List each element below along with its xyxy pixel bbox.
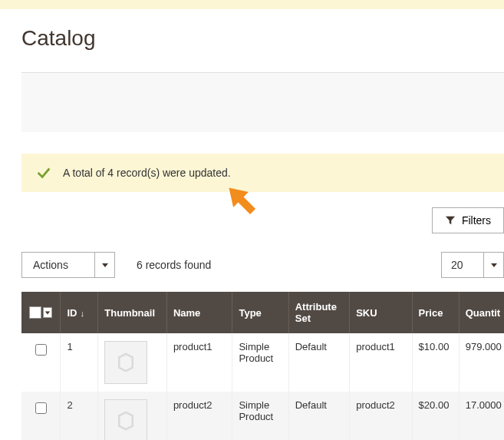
- select-all-toggle[interactable]: [43, 307, 52, 318]
- select-all-checkbox[interactable]: [29, 306, 41, 319]
- product-grid: ID↓ Thumbnail Name Type Attribute Set SK…: [21, 292, 504, 440]
- th-price[interactable]: Price: [412, 292, 459, 333]
- th-quantity[interactable]: Quantit: [459, 292, 504, 333]
- caret-down-icon: [490, 261, 498, 269]
- th-attribute-set[interactable]: Attribute Set: [288, 292, 349, 333]
- filters-button[interactable]: Filters: [432, 207, 504, 233]
- sort-indicator-icon: ↓: [80, 309, 84, 318]
- th-name[interactable]: Name: [166, 292, 232, 333]
- filter-icon: [445, 215, 456, 226]
- cell-attribute-set: Default: [288, 392, 349, 440]
- notice-bar-top: [0, 0, 504, 9]
- cell-name: product1: [166, 333, 232, 392]
- actions-dropdown-toggle[interactable]: [95, 252, 115, 278]
- table-row[interactable]: 2 product2 Simple Product Default produc…: [21, 392, 504, 440]
- cell-name: product2: [166, 392, 232, 440]
- cell-quantity: 17.0000: [459, 392, 504, 440]
- table-header-row: ID↓ Thumbnail Name Type Attribute Set SK…: [21, 292, 504, 333]
- actions-dropdown[interactable]: Actions: [21, 252, 115, 278]
- cell-sku: product1: [350, 333, 412, 392]
- toolbar-area: [21, 72, 504, 132]
- caret-down-icon: [101, 261, 109, 269]
- cell-id: 2: [61, 392, 98, 440]
- cell-sku: product2: [350, 392, 412, 440]
- table-row[interactable]: 1 product1 Simple Product Default produc…: [21, 333, 504, 392]
- thumbnail-placeholder: [104, 399, 147, 440]
- th-sku[interactable]: SKU: [350, 292, 412, 333]
- cell-type: Simple Product: [232, 392, 288, 440]
- th-id[interactable]: ID↓: [61, 292, 98, 333]
- success-message-text: A total of 4 record(s) were updated.: [63, 167, 231, 179]
- cell-thumbnail: [98, 392, 167, 440]
- grid-controls-bottom: Actions 6 records found 20: [21, 252, 504, 278]
- th-thumbnail[interactable]: Thumbnail: [98, 292, 167, 333]
- page-title: Catalog: [21, 26, 504, 51]
- pagesize-dropdown-toggle[interactable]: [484, 252, 504, 278]
- cell-attribute-set: Default: [288, 333, 349, 392]
- filters-button-label: Filters: [462, 214, 491, 227]
- row-checkbox[interactable]: [35, 344, 47, 356]
- cell-price: $10.00: [412, 333, 459, 392]
- pagesize-dropdown[interactable]: 20: [441, 252, 504, 278]
- cell-type: Simple Product: [232, 333, 288, 392]
- cell-id: 1: [61, 333, 98, 392]
- th-type[interactable]: Type: [232, 292, 288, 333]
- check-icon: [35, 164, 52, 181]
- records-found: 6 records found: [137, 259, 211, 271]
- cell-thumbnail: [98, 333, 167, 392]
- grid-controls-top: Filters: [21, 207, 504, 233]
- thumbnail-placeholder: [104, 341, 147, 384]
- row-checkbox[interactable]: [35, 402, 47, 414]
- th-checkbox[interactable]: [21, 292, 61, 333]
- cell-quantity: 979.000: [459, 333, 504, 392]
- cell-price: $20.00: [412, 392, 459, 440]
- success-message: A total of 4 record(s) were updated.: [21, 154, 504, 192]
- actions-dropdown-label: Actions: [21, 252, 95, 278]
- pagesize-value: 20: [441, 252, 484, 278]
